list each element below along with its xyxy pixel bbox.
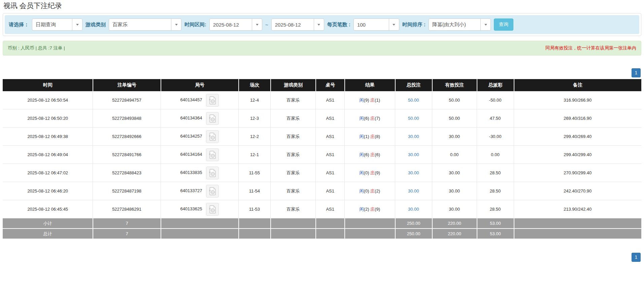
- total-bet-link[interactable]: 30.00: [408, 207, 419, 212]
- cell-result: 闲(2) 庄(9): [344, 200, 395, 218]
- page-size-select[interactable]: 100: [353, 19, 399, 31]
- cell-game: 百家乐: [270, 128, 316, 146]
- grand-total-row-cell-session: [238, 229, 270, 239]
- result-player-label: 闲: [360, 170, 364, 175]
- cell-time: 2025-08-12 06:47:02: [3, 164, 93, 182]
- game-type-select[interactable]: 百家乐: [109, 19, 181, 31]
- cell-game: 百家乐: [270, 182, 316, 200]
- valid-bet-notice: 同局有效投注，统一计算在该局第一张注单内: [545, 45, 636, 51]
- result-banker-label: 庄: [370, 188, 375, 194]
- cell-valid_bet: 30.00: [432, 200, 477, 218]
- grand-total-row-cell-total_bet: 250.00: [395, 229, 432, 239]
- cell-round_id: 640133625: [161, 200, 238, 218]
- cell-time: 2025-08-12 06:50:54: [3, 91, 93, 109]
- grand-total-row-cell-game: [270, 229, 316, 239]
- filter-bar: 请选择： 日期查询 游戏类别 百家乐 时间区间: 2025-08-12 ~ 20…: [5, 15, 639, 34]
- page-1-button[interactable]: 1: [632, 68, 641, 77]
- cell-payout: 0.00: [477, 146, 514, 164]
- summary-bar: 币别 : 人民币 | 总共 :7 注单 | 同局有效投注，统一计算在该局第一张注…: [3, 41, 641, 56]
- grand-total-row-cell-payout: 53.00: [477, 229, 514, 239]
- cell-session: 12-2: [238, 128, 270, 146]
- cell-order_id: 522728488423: [93, 164, 160, 182]
- column-header-round_id: 局号: [161, 79, 238, 91]
- cell-session: 12-3: [238, 109, 270, 128]
- total-bet-link[interactable]: 50.00: [408, 116, 419, 121]
- grand-total-row-cell-round_id: [161, 229, 238, 239]
- cell-total_bet: 30.00: [395, 182, 432, 200]
- result-player-label: 闲: [360, 188, 364, 194]
- currency-total-info: 币别 : 人民币 | 总共 :7 注单 |: [8, 45, 65, 51]
- subtotal-row-cell-session: [238, 218, 270, 229]
- query-type-select[interactable]: 日期查询: [32, 19, 82, 31]
- cell-order_id: 522728492666: [93, 128, 160, 146]
- search-button[interactable]: 查询: [494, 19, 513, 31]
- cell-order_id: 522728493848: [93, 109, 160, 128]
- cell-payout: 28.50: [477, 200, 514, 218]
- cell-session: 12-1: [238, 146, 270, 164]
- result-player-label: 闲: [360, 152, 364, 157]
- cell-payout: -30.00: [477, 128, 514, 146]
- subtotal-row-cell-order_id: 7: [93, 218, 160, 229]
- round-id-value: 640133625: [180, 206, 202, 211]
- cell-game: 百家乐: [270, 146, 316, 164]
- grand-total-row-cell-order_id: 7: [93, 229, 160, 239]
- video-replay-button[interactable]: [206, 112, 219, 125]
- page-size-label: 每页笔数 :: [327, 22, 350, 28]
- cell-order_id: 522728491766: [93, 146, 160, 164]
- total-bet-link[interactable]: 50.00: [408, 98, 419, 103]
- date-range-separator: ~: [265, 22, 268, 28]
- date-from-value: 2025-08-12: [210, 22, 252, 28]
- subtotal-row-cell-total_bet: 250.00: [395, 218, 432, 229]
- video-replay-button[interactable]: [206, 130, 219, 143]
- total-bet-link[interactable]: 30.00: [408, 134, 419, 139]
- column-header-game: 游戏类别: [270, 79, 316, 91]
- cell-payout: 28.50: [477, 164, 514, 182]
- cell-session: 11-55: [238, 164, 270, 182]
- game-type-value: 百家乐: [109, 22, 171, 28]
- grand-total-row-cell-time: 总计: [3, 229, 93, 239]
- cell-payout: 47.50: [477, 109, 514, 128]
- cell-valid_bet: 0.00: [432, 146, 477, 164]
- cell-round_id: 640134164: [161, 146, 238, 164]
- cell-order_id: 522728487198: [93, 182, 160, 200]
- cell-game: 百家乐: [270, 91, 316, 109]
- video-replay-button[interactable]: [206, 167, 219, 179]
- video-replay-button[interactable]: [206, 94, 219, 107]
- time-sort-label: 时间排序 :: [402, 22, 426, 28]
- chevron-down-icon: [389, 19, 399, 30]
- page-size-value: 100: [354, 22, 389, 28]
- filter-panel: 请选择： 日期查询 游戏类别 百家乐 时间区间: 2025-08-12 ~ 20…: [3, 13, 641, 36]
- cell-time: 2025-08-12 06:46:20: [3, 182, 93, 200]
- cell-remark: 213.90/242.40: [514, 200, 641, 218]
- pagination-bottom: 1: [0, 253, 644, 262]
- column-header-remark: 备注: [514, 79, 641, 91]
- result-banker-label: 庄: [370, 170, 375, 175]
- table-row: 2025-08-12 06:47:02522728488423640133835…: [3, 164, 641, 182]
- video-replay-button[interactable]: [206, 185, 219, 198]
- round-id-value: 640133835: [180, 170, 202, 175]
- cell-result: 闲(6) 庄(6): [344, 146, 395, 164]
- chevron-down-icon: [314, 19, 324, 30]
- cell-game: 百家乐: [270, 109, 316, 128]
- video-replay-button[interactable]: [206, 148, 219, 161]
- result-player-label: 闲: [360, 116, 364, 121]
- film-file-icon: [209, 169, 216, 177]
- game-type-label: 游戏类别: [86, 22, 106, 28]
- column-header-payout: 总派彩: [477, 79, 514, 91]
- total-bet-link[interactable]: 30.00: [408, 152, 419, 157]
- cell-payout: -50.00: [477, 91, 514, 109]
- time-sort-select[interactable]: 降冪(由大到小): [429, 19, 491, 31]
- subtotal-row-cell-remark: [514, 218, 641, 229]
- date-from-select[interactable]: 2025-08-12: [209, 19, 262, 31]
- subtotal-row-cell-round_id: [161, 218, 238, 229]
- table-row: 2025-08-12 06:45:45522728486291640133625…: [3, 200, 641, 218]
- table-row: 2025-08-12 06:50:20522728493848640134364…: [3, 109, 641, 128]
- total-bet-link[interactable]: 30.00: [408, 188, 419, 194]
- video-replay-button[interactable]: [206, 203, 219, 216]
- total-bet-link[interactable]: 30.00: [408, 170, 419, 175]
- column-header-total_bet: 总投注: [395, 79, 432, 91]
- page-1-button[interactable]: 1: [632, 253, 641, 262]
- date-to-select[interactable]: 2025-08-12: [271, 19, 324, 31]
- cell-time: 2025-08-12 06:50:20: [3, 109, 93, 128]
- table-row: 2025-08-12 06:50:54522728494757640134457…: [3, 91, 641, 109]
